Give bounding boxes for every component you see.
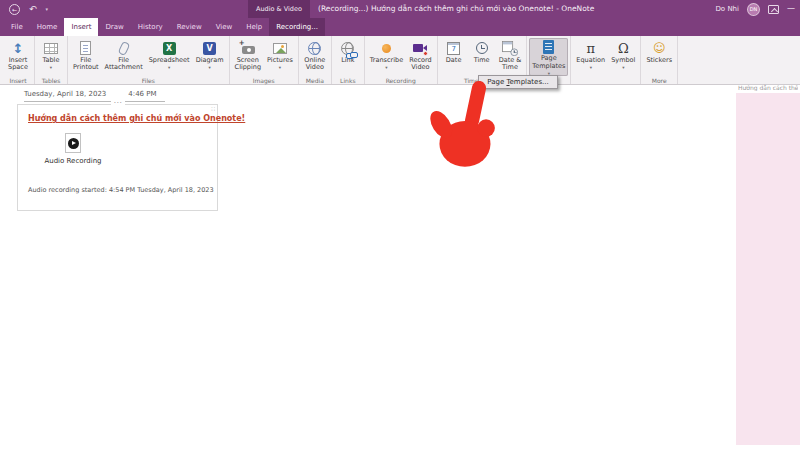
contextual-tab-group-header: Audio & Video <box>248 0 310 18</box>
spreadsheet-button[interactable]: X Spreadsheet <box>146 38 193 76</box>
tab-view[interactable]: View <box>209 18 240 36</box>
account-name[interactable]: Do Nhi <box>715 5 739 13</box>
group-label-links: Links <box>334 76 362 85</box>
group-label-symbols <box>573 76 638 84</box>
record-video-icon <box>412 40 428 56</box>
page-canvas[interactable]: Tuesday, April 18, 20234:46 PM ⋯ ∷ Hướng… <box>0 85 800 450</box>
ribbon-tab-row: File Home Insert Draw History Review Vie… <box>0 18 800 36</box>
date-button[interactable]: 7 Date <box>440 38 468 76</box>
group-label-more: More <box>643 76 675 85</box>
right-page-title: Hướng dẫn cách thê <box>738 84 798 91</box>
insert-space-icon: ↕ <box>13 40 24 56</box>
group-media: Online Video Media <box>299 36 332 84</box>
date-time-icon <box>502 40 517 56</box>
equation-icon: π <box>586 40 595 56</box>
stickers-icon: ☺ <box>653 40 666 56</box>
group-links: Link Links <box>332 36 365 84</box>
note-container[interactable]: ⋯ ∷ Hướng dẫn cách thêm ghi chú mới vào … <box>17 104 218 211</box>
group-label-files: Files <box>70 76 227 85</box>
page-date-row: Tuesday, April 18, 20234:46 PM <box>24 90 165 102</box>
symbol-icon: Ω <box>618 40 629 56</box>
spreadsheet-icon: X <box>163 40 176 56</box>
tab-home[interactable]: Home <box>30 18 65 36</box>
pink-page-panel <box>736 93 800 445</box>
ribbon: ↕ Insert Space Insert Table Tables File … <box>0 36 800 85</box>
transcribe-icon <box>382 40 391 56</box>
group-files: File Printout File Attachment X Spreadsh… <box>68 36 230 84</box>
tab-help[interactable]: Help <box>239 18 269 36</box>
diagram-icon: V <box>203 40 216 56</box>
page-templates-button[interactable]: Page Templates <box>529 38 568 76</box>
file-attachment-button[interactable]: File Attachment <box>102 38 146 76</box>
insert-space-button[interactable]: ↕ Insert Space <box>4 38 32 76</box>
qat-customize-icon[interactable]: ▾ <box>46 6 49 12</box>
group-more: ☺ Stickers More <box>641 36 678 84</box>
undo-icon[interactable]: ↶ <box>29 4 37 14</box>
record-video-button[interactable]: Record Video <box>406 38 434 76</box>
pictures-button[interactable]: Pictures <box>264 38 296 76</box>
note-heading[interactable]: Hướng dẫn cách thêm ghi chú mới vào Onen… <box>28 114 207 123</box>
pictures-icon <box>273 40 287 56</box>
online-video-icon <box>308 40 321 56</box>
back-icon[interactable]: ← <box>9 4 20 15</box>
date-time-button[interactable]: Date & Time <box>496 38 525 76</box>
page-time: 4:46 PM <box>128 90 156 98</box>
audio-file-icon[interactable] <box>65 133 81 153</box>
link-icon <box>341 40 354 56</box>
play-icon <box>68 138 79 149</box>
page-templates-icon <box>543 40 554 54</box>
group-label-images: Images <box>232 76 296 85</box>
group-label-insert: Insert <box>4 76 32 85</box>
stickers-button[interactable]: ☺ Stickers <box>643 38 675 76</box>
date-icon: 7 <box>447 40 460 56</box>
quick-access-toolbar: ← ↶ ▾ <box>0 4 48 15</box>
group-label-recording: Recording <box>367 76 435 85</box>
group-label-media: Media <box>301 76 329 85</box>
page-date: Tuesday, April 18, 2023 <box>24 90 106 98</box>
group-insert: ↕ Insert Space Insert <box>2 36 35 84</box>
tab-history[interactable]: History <box>131 18 170 36</box>
file-attachment-icon <box>120 40 128 56</box>
file-printout-button[interactable]: File Printout <box>70 38 102 76</box>
tab-insert[interactable]: Insert <box>64 18 98 36</box>
resize-grip-icon[interactable]: ∷ <box>211 105 215 112</box>
table-icon <box>44 40 58 56</box>
online-video-button[interactable]: Online Video <box>301 38 329 76</box>
window-title: (Recording...) Hướng dẫn cách thêm ghi c… <box>318 0 594 18</box>
link-button[interactable]: Link <box>334 38 362 76</box>
avatar[interactable]: DN <box>747 3 760 16</box>
audio-recording-object[interactable]: Audio Recording <box>44 133 102 166</box>
note-container-handle-icon[interactable]: ⋯ <box>111 99 125 107</box>
transcribe-button[interactable]: Transcribe <box>367 38 406 76</box>
time-icon <box>476 40 488 56</box>
tab-review[interactable]: Review <box>170 18 209 36</box>
tab-draw[interactable]: Draw <box>98 18 130 36</box>
group-recording: Transcribe Record Video Recording <box>365 36 438 84</box>
group-label-tables: Tables <box>37 76 65 85</box>
group-tables: Table Tables <box>35 36 68 84</box>
minimize-button[interactable]: — <box>787 0 795 18</box>
screen-clipping-icon: + <box>240 40 256 56</box>
screen-clipping-button[interactable]: + Screen Clipping <box>232 38 264 76</box>
title-bar: ← ↶ ▾ Audio & Video (Recording...) Hướng… <box>0 0 800 18</box>
file-printout-icon <box>80 40 91 56</box>
equation-button[interactable]: π Equation <box>573 38 608 76</box>
diagram-button[interactable]: V Diagram <box>193 38 227 76</box>
ribbon-display-options-icon[interactable] <box>768 5 779 14</box>
tab-recording[interactable]: Recording... <box>269 18 325 36</box>
time-button[interactable]: Time <box>468 38 496 76</box>
table-button[interactable]: Table <box>37 38 65 76</box>
group-images: + Screen Clipping Pictures Images <box>230 36 299 84</box>
symbol-button[interactable]: Ω Symbol <box>608 38 638 76</box>
audio-recording-status: Audio recording started: 4:54 PM Tuesday… <box>28 186 214 194</box>
pointer-hand-icon <box>428 80 516 178</box>
tab-file[interactable]: File <box>4 18 30 36</box>
group-symbols: π Equation Ω Symbol <box>571 36 641 84</box>
audio-recording-label: Audio Recording <box>44 157 102 166</box>
